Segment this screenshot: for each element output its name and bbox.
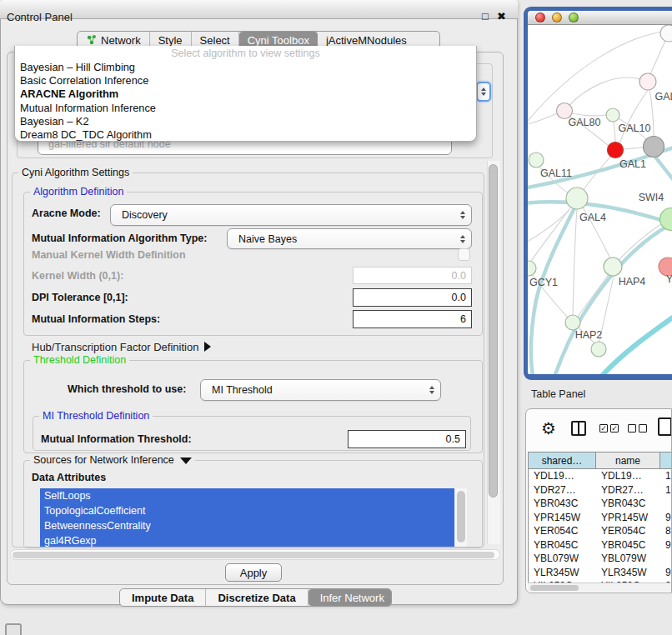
table-cell: YER054C	[596, 524, 660, 538]
network-node[interactable]	[639, 73, 656, 90]
tab-infer-network[interactable]: Infer Network	[308, 589, 392, 606]
table-cell: 9.	[660, 511, 672, 525]
minimize-traffic-light-icon[interactable]	[552, 12, 562, 22]
gear-icon[interactable]: ⚙	[541, 417, 556, 440]
table-row[interactable]: YDL19… YDL19… 13	[529, 469, 672, 483]
table-cell: YDL19…	[596, 469, 660, 483]
table-row[interactable]: YPR145W YPR145W 9.	[529, 511, 672, 525]
table-cell: YDL19…	[529, 469, 596, 483]
network-node[interactable]	[660, 25, 672, 42]
algorithm-combo-stepper[interactable]	[476, 82, 491, 102]
manual-kernel-checkbox[interactable]	[458, 248, 470, 261]
network-canvas[interactable]: GAL GAL80 GAL10 GAL1 GAL11 GAL4 SWI4 GCY…	[528, 25, 672, 374]
apply-button[interactable]: Apply	[225, 563, 282, 582]
expanded-arrow-icon	[180, 458, 192, 464]
network-node[interactable]	[644, 137, 664, 158]
stepper-down-icon	[481, 92, 486, 96]
unchecked-checkbox-icon[interactable]	[628, 424, 636, 432]
node-label: Y	[666, 273, 672, 285]
mi-threshold-legend: MI Threshold Definition	[39, 410, 153, 422]
node-label: GAL10	[619, 122, 651, 134]
tab-style-label: Style	[158, 34, 183, 47]
mi-type-combo[interactable]: Naive Bayes	[227, 228, 472, 249]
table-cell	[660, 552, 672, 566]
node-label: SWI4	[639, 192, 664, 203]
attribute-item-selected[interactable]: BetweennessCentrality	[40, 518, 454, 533]
network-edge	[554, 225, 669, 374]
network-node[interactable]	[608, 142, 624, 158]
unchecked-checkbox-icon[interactable]	[639, 424, 647, 432]
network-window-titlebar	[528, 11, 672, 25]
network-edge	[619, 223, 663, 259]
node-label: HAP4	[619, 276, 646, 288]
network-edge	[578, 274, 609, 317]
hub-section-toggle[interactable]: Hub/Transcription Factor Definition	[32, 341, 211, 353]
table-cell: 13	[660, 469, 672, 483]
settings-vertical-scrollbar-thumb[interactable]	[489, 164, 498, 498]
table-row[interactable]: YBR045C YBR045C 9.	[529, 538, 672, 552]
table-row[interactable]: YDR27… YDR27… 12	[529, 483, 672, 498]
columns-icon[interactable]	[571, 421, 586, 436]
dropdown-item[interactable]: Bayesian – Hill Climbing	[15, 61, 476, 74]
zoom-traffic-light-icon[interactable]	[569, 12, 579, 22]
network-edge	[528, 113, 557, 125]
table-horizontal-scrollbar-thumb[interactable]	[530, 585, 579, 591]
minimized-panel-icon[interactable]	[5, 623, 22, 635]
attributes-scrollbar-thumb[interactable]	[457, 491, 465, 542]
network-node[interactable]	[528, 261, 536, 276]
dropdown-item[interactable]: Dream8 DC_TDC Algorithm	[15, 128, 476, 142]
network-view-window[interactable]: GAL GAL80 GAL10 GAL1 GAL11 GAL4 SWI4 GCY…	[524, 7, 672, 380]
mi-threshold-field[interactable]: 0.5	[348, 430, 466, 448]
dropdown-item[interactable]: Mutual Information Inference	[15, 102, 476, 115]
column-header-cut[interactable]: A	[660, 452, 672, 468]
dropdown-item-selected[interactable]: ARACNE Algorithm	[15, 88, 476, 101]
column-header-shared-name[interactable]: shared…	[529, 452, 596, 468]
network-node[interactable]	[565, 315, 580, 330]
dropdown-item[interactable]: Bayesian – K2	[15, 115, 476, 128]
dpi-tolerance-field[interactable]: 0.0	[353, 288, 472, 307]
kernel-width-field[interactable]: 0.0	[353, 267, 472, 284]
mi-type-label: Mutual Information Algorithm Type:	[32, 232, 207, 244]
attribute-item-selected[interactable]: TopologicalCoefficient	[40, 503, 454, 518]
network-edge	[619, 90, 648, 144]
dropdown-item[interactable]: Basic Correlation Inference	[15, 74, 476, 88]
settings-horizontal-scrollbar[interactable]	[10, 549, 500, 560]
column-header-name[interactable]: name	[596, 452, 660, 468]
node-label: GAL	[654, 91, 672, 102]
hub-section-label: Hub/Transcription Factor Definition	[32, 341, 198, 353]
sources-legend[interactable]: Sources for Network Inference	[30, 454, 195, 466]
checked-checkbox-icon[interactable]: ✓	[599, 424, 608, 432]
network-node[interactable]	[529, 152, 544, 168]
collapsed-arrow-icon	[204, 342, 211, 352]
table-row[interactable]: YBL079W YBL079W	[529, 552, 672, 566]
close-window-icon[interactable]: ✖	[497, 10, 506, 22]
settings-horizontal-scrollbar-thumb[interactable]	[13, 552, 494, 558]
attribute-item-selected[interactable]: SelfLoops	[40, 488, 454, 503]
table-row[interactable]: YER054C YER054C 8.	[529, 524, 672, 538]
table-horizontal-scrollbar[interactable]	[528, 582, 671, 592]
network-node[interactable]	[606, 108, 619, 122]
network-edge	[531, 203, 577, 374]
table-row[interactable]: YLR345W YLR345W 9.	[529, 566, 672, 580]
document-icon[interactable]	[658, 418, 672, 436]
mi-steps-field[interactable]: 6	[353, 310, 472, 328]
network-node[interactable]	[566, 188, 588, 209]
which-threshold-combo[interactable]: MI Threshold	[200, 379, 441, 401]
network-node[interactable]	[604, 258, 622, 276]
table-row[interactable]: YBR043C YBR043C	[529, 497, 672, 511]
attribute-item-selected[interactable]: gal4RGexp	[40, 533, 454, 547]
network-node[interactable]	[591, 342, 606, 357]
table-cell	[660, 497, 672, 511]
network-edge	[614, 122, 615, 142]
aracne-mode-combo[interactable]: Discovery	[110, 204, 472, 226]
checked-checkbox-icon[interactable]: ✓	[610, 424, 619, 432]
dropdown-placeholder: Select algorithm to view settings	[15, 46, 476, 61]
table-header-row: shared… name A	[529, 452, 672, 469]
close-traffic-light-icon[interactable]	[535, 12, 545, 22]
mi-threshold-value: 0.5	[446, 433, 460, 445]
network-node[interactable]	[660, 208, 672, 231]
table-panel: ⚙ ✓ ✓ shared… name A YDL19… YDL19… 13 YD…	[525, 408, 672, 593]
tab-discretize-data[interactable]: Discretize Data	[206, 589, 308, 606]
float-window-icon[interactable]: □	[482, 10, 489, 22]
tab-impute-data[interactable]: Impute Data	[120, 589, 206, 606]
